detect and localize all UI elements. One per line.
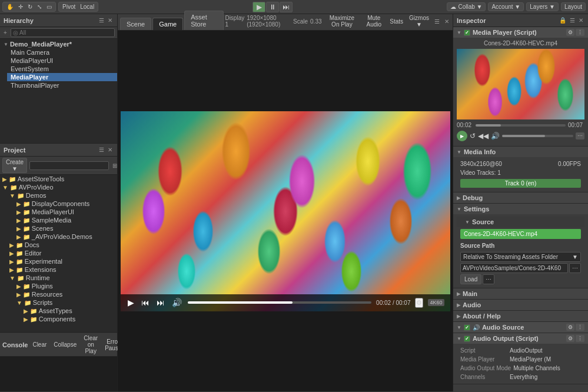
project-close-btn[interactable]: ✕ <box>107 147 114 153</box>
tab-game[interactable]: Game <box>152 18 183 30</box>
mute-btn[interactable]: Mute Audio <box>362 14 386 28</box>
pb-play-btn[interactable]: ▶ <box>457 131 467 141</box>
audio-header[interactable]: ▶ Audio <box>453 300 588 310</box>
media-info-header[interactable]: ▼ Media Info <box>453 147 588 157</box>
hierarchy-item-eventsystem[interactable]: EventSystem <box>7 65 117 73</box>
pivot-btn[interactable]: Pivot <box>61 3 77 11</box>
vc-play-btn[interactable]: ▶ <box>127 298 135 307</box>
track-badge[interactable]: Track 0 (en) <box>460 179 581 188</box>
source-path-dropdown[interactable]: Relative To Streaming Assets Folder ▼ <box>460 252 581 262</box>
project-menu-btn[interactable]: ☰ <box>98 147 105 153</box>
project-avprovideo[interactable]: ▼ 📁 AVProVideo <box>0 183 117 191</box>
timeline-bar[interactable] <box>476 124 566 127</box>
hierarchy-item-camera[interactable]: Main Camera <box>7 48 117 57</box>
layout-dropdown[interactable]: Layout <box>561 2 586 11</box>
ao-more-icon[interactable]: ⋮ <box>576 335 584 342</box>
console-clear-btn[interactable]: Clear <box>30 341 49 348</box>
rotate-tool[interactable]: ↻ <box>26 3 34 11</box>
project-experimental[interactable]: ▶ 📁 Experimental <box>7 257 117 265</box>
pb-backward-btn[interactable]: ◀◀ <box>478 132 489 140</box>
scale-tool[interactable]: ⤡ <box>35 3 44 11</box>
project-resources[interactable]: ▶ 📁 Resources <box>14 290 117 298</box>
ao-checkbox[interactable]: ✓ <box>464 335 470 342</box>
center-menu-btn[interactable]: ☰ <box>433 18 441 25</box>
project-mediaplayerui[interactable]: ▶ 📁 MediaPlayerUI <box>14 208 117 216</box>
inspector-close-btn[interactable]: ✕ <box>577 17 584 24</box>
project-search[interactable] <box>29 161 109 170</box>
project-components[interactable]: ▶ 📁 Components <box>21 315 117 323</box>
project-editor[interactable]: ▶ 📁 Editor <box>7 249 117 257</box>
path-browse-btn[interactable]: ⋯ <box>569 263 581 273</box>
project-samplemedia[interactable]: ▶ 📁 SampleMedia <box>14 216 117 224</box>
project-scripts[interactable]: ▼ 📁 Scripts <box>14 298 117 307</box>
mp-checkbox[interactable]: ✓ <box>464 29 470 36</box>
layers-dropdown[interactable]: Layers ▼ <box>526 2 559 11</box>
audio-output-header[interactable]: ▼ ✓ Audio Output (Script) ⚙ ⋮ <box>453 333 588 344</box>
project-scenes[interactable]: ▶ 📁 Scenes <box>14 224 117 232</box>
load-btn[interactable]: Load <box>460 274 481 284</box>
path-extra-btn[interactable]: ⋯ <box>483 274 494 284</box>
hierarchy-item-mediaplayer[interactable]: MediaPlayer <box>7 73 117 81</box>
vc-forward-btn[interactable]: ⏭ <box>155 298 166 307</box>
local-btn[interactable]: Local <box>78 3 96 11</box>
hierarchy-item-thumbnailplayer[interactable]: ThumbnailPlayer <box>7 81 117 89</box>
source-file[interactable]: Cones-2D-4K60-HEVC.mp4 <box>460 229 581 239</box>
pb-volume-bar[interactable] <box>502 135 573 137</box>
play-button[interactable]: ▶ <box>253 2 265 12</box>
mp-settings-icon[interactable]: ⚙ <box>566 29 574 36</box>
inspector-lock-btn[interactable]: 🔒 <box>558 17 567 24</box>
as-settings-icon[interactable]: ⚙ <box>566 324 574 331</box>
as-checkbox[interactable]: ✓ <box>464 324 470 331</box>
inspector-menu-btn[interactable]: ☰ <box>569 17 576 24</box>
pb-options-btn[interactable]: ⋯ <box>576 132 584 139</box>
vc-rewind-btn[interactable]: ⏮ <box>140 298 151 307</box>
debug-header[interactable]: ▶ Debug <box>453 192 588 203</box>
project-extensions[interactable]: ▶ 📁 Extensions <box>7 265 117 274</box>
gizmos-btn[interactable]: Gizmos ▼ <box>407 14 431 28</box>
project-docs[interactable]: ▶ 📁 Docs <box>7 241 117 249</box>
project-assetstoretools[interactable]: ▶ 📁 AssetStoreTools <box>0 175 117 183</box>
project-plugins[interactable]: ▶ 📁 Plugins <box>14 282 117 290</box>
vc-volume-btn[interactable]: 🔊 <box>171 298 183 307</box>
account-dropdown[interactable]: Account ▼ <box>488 2 524 11</box>
step-button[interactable]: ⏭ <box>280 2 293 12</box>
vc-settings-btn[interactable]: ⚙ <box>415 298 423 308</box>
hierarchy-add-btn[interactable]: + <box>2 29 8 36</box>
settings-header[interactable]: ▼ Settings <box>453 204 588 214</box>
pb-volume-btn[interactable]: 🔊 <box>491 132 500 140</box>
hierarchy-close-btn[interactable]: ✕ <box>107 17 114 24</box>
center-close-btn[interactable]: ✕ <box>443 18 450 25</box>
move-tool[interactable]: ✛ <box>16 3 25 11</box>
project-assettypes[interactable]: ▶ 📁 AssetTypes <box>21 307 117 315</box>
hand-tool[interactable]: ✋ <box>5 3 15 11</box>
about-header[interactable]: ▶ About / Help <box>453 311 588 321</box>
stats-btn[interactable]: Stats <box>388 18 405 25</box>
hierarchy-menu-btn[interactable]: ☰ <box>98 17 105 24</box>
source-header[interactable]: ▼ Source <box>457 217 584 227</box>
hierarchy-item-demo[interactable]: ▼ Demo_MediaPlayer* <box>0 40 117 48</box>
mediaplayer-header[interactable]: ▼ ✓ Media Player (Script) ⚙ ⋮ <box>453 27 588 38</box>
project-runtime[interactable]: ▼ 📁 Runtime <box>7 274 117 282</box>
rect-tool[interactable]: ▭ <box>45 3 54 11</box>
tab-asset-store[interactable]: Asset Store <box>184 11 224 30</box>
pivot-group[interactable]: Pivot Local <box>58 2 98 12</box>
pb-loop-btn[interactable]: ↺ <box>470 132 476 140</box>
main-header[interactable]: ▶ Main <box>453 288 588 299</box>
project-displaycomponents[interactable]: ▶ 📁 DisplayComponents <box>14 200 117 208</box>
console-collapse-btn[interactable]: Collapse <box>51 341 79 348</box>
as-more-icon[interactable]: ⋮ <box>576 324 584 331</box>
mp-more-icon[interactable]: ⋮ <box>576 29 584 36</box>
project-avprovideodemos[interactable]: ▶ 📁 _AVProVideo.Demos <box>14 232 117 241</box>
progress-bar[interactable] <box>188 301 372 304</box>
transform-tools[interactable]: ✋ ✛ ↻ ⤡ ▭ <box>2 2 56 12</box>
audio-source-header[interactable]: ▼ ✓ 🔊 Audio Source ⚙ ⋮ <box>453 322 588 333</box>
path-input[interactable] <box>460 263 568 273</box>
create-btn[interactable]: Create ▼ <box>2 158 27 173</box>
hierarchy-item-mediaplayerui[interactable]: MediaPlayerUI <box>7 57 117 65</box>
tab-scene[interactable]: Scene <box>120 18 151 30</box>
pause-button[interactable]: ⏸ <box>266 2 279 12</box>
hierarchy-search[interactable] <box>11 28 115 37</box>
project-demos[interactable]: ▼ 📁 Demos <box>7 191 117 200</box>
console-clear-on-play-btn[interactable]: Clear on Play <box>81 334 100 355</box>
collab-dropdown[interactable]: ☁ Collab ▼ <box>447 2 486 11</box>
